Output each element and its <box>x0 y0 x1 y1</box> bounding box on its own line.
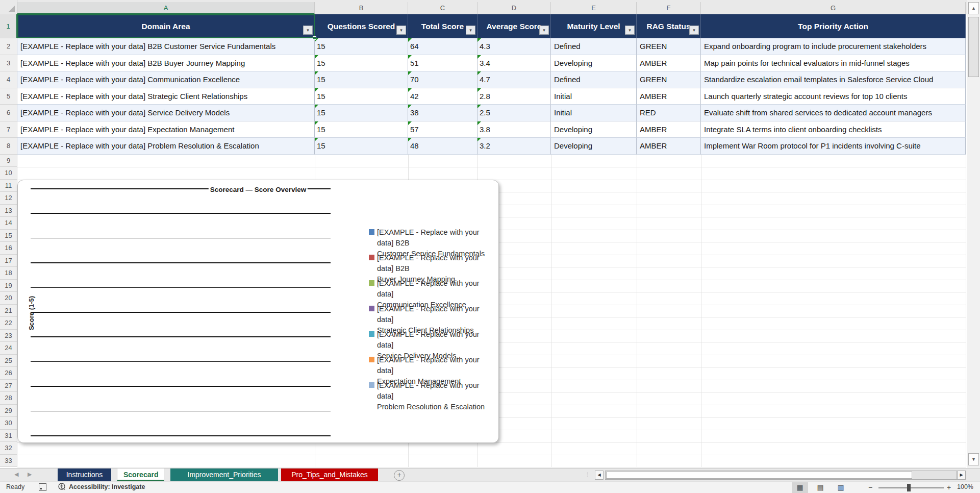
row-header-22[interactable]: 22 <box>0 317 17 330</box>
cell-r6c5[interactable]: Initial <box>551 105 637 121</box>
cell-r4c4[interactable]: 4.7 <box>478 71 551 88</box>
row-header-19[interactable]: 19 <box>0 280 17 292</box>
select-all-button[interactable] <box>0 0 17 14</box>
cell-r6c6[interactable]: RED <box>637 105 701 121</box>
next-sheet-button[interactable]: ▶ <box>28 471 32 478</box>
scroll-up-button[interactable]: ▲ <box>968 2 979 14</box>
cell-r4c6[interactable]: GREEN <box>637 71 701 88</box>
prev-sheet-button[interactable]: ◀ <box>14 471 18 478</box>
cell-r3c2[interactable]: 15 <box>315 55 408 72</box>
cell-r4c2[interactable]: 15 <box>315 71 408 88</box>
row-header-27[interactable]: 27 <box>0 380 17 392</box>
cell-r8c7[interactable]: Implement War Room protocol for P1 incid… <box>701 138 966 155</box>
cell-r3c7[interactable]: Map pain points for technical evaluators… <box>701 55 966 72</box>
column-header-d[interactable]: D <box>478 2 551 14</box>
cell-r5c5[interactable]: Initial <box>551 88 637 105</box>
fill-handle[interactable] <box>313 36 316 40</box>
filter-button[interactable]: ▾ <box>689 26 699 35</box>
row-header-18[interactable]: 18 <box>0 267 17 280</box>
cell-r3c6[interactable]: AMBER <box>637 55 701 72</box>
row-header-15[interactable]: 15 <box>0 230 17 242</box>
table-header-6[interactable]: RAG Status▾ <box>637 14 701 38</box>
row-header-31[interactable]: 31 <box>0 430 17 442</box>
cell-r7c3[interactable]: 57 <box>408 121 478 138</box>
cell-r5c3[interactable]: 42 <box>408 88 478 105</box>
column-header-g[interactable]: G <box>701 2 966 14</box>
row-header-24[interactable]: 24 <box>0 342 17 355</box>
cell-r5c7[interactable]: Launch quarterly strategic account revie… <box>701 88 966 105</box>
cell-r8c5[interactable]: Developing <box>551 138 637 155</box>
cell-r7c4[interactable]: 3.8 <box>478 121 551 138</box>
table-header-4[interactable]: Average Score▾ <box>478 14 551 38</box>
cell-r4c5[interactable]: Defined <box>551 71 637 88</box>
row-header-11[interactable]: 11 <box>0 180 17 192</box>
cell-r2c3[interactable]: 64 <box>408 38 478 55</box>
scroll-down-button[interactable]: ▼ <box>968 453 979 465</box>
filter-button[interactable]: ▾ <box>303 26 313 35</box>
row-header-26[interactable]: 26 <box>0 367 17 380</box>
vertical-scroll-thumb[interactable] <box>968 17 979 77</box>
cell-r6c2[interactable]: 15 <box>315 105 408 121</box>
cell-r4c1[interactable]: [EXAMPLE - Replace with your data] Commu… <box>17 71 315 88</box>
sheet-tab-pro_tips_and_mistakes[interactable]: Pro_Tips_and_Mistakes <box>281 469 378 481</box>
cell-r2c5[interactable]: Defined <box>551 38 637 55</box>
score-overview-chart[interactable]: Scorecard — Score Overview Score (1-5) [… <box>17 180 499 443</box>
sheet-tab-instructions[interactable]: Instructions <box>58 469 111 481</box>
row-header-17[interactable]: 17 <box>0 255 17 267</box>
filter-button[interactable]: ▾ <box>625 26 635 35</box>
column-header-c[interactable]: C <box>408 2 478 14</box>
vertical-scrollbar[interactable]: ▲ ▼ <box>967 0 980 468</box>
row-header-25[interactable]: 25 <box>0 355 17 367</box>
accessibility-checker-button[interactable]: Accessibility: Investigate <box>58 483 145 491</box>
cell-r8c3[interactable]: 48 <box>408 138 478 155</box>
cell-r5c6[interactable]: AMBER <box>637 88 701 105</box>
tab-scroll-splitter[interactable]: ⋮ <box>585 472 591 478</box>
cell-r2c1[interactable]: [EXAMPLE - Replace with your data] B2B C… <box>17 38 315 55</box>
sheet-tab-scorecard[interactable]: Scorecard <box>117 469 164 481</box>
row-header-29[interactable]: 29 <box>0 405 17 417</box>
table-header-1[interactable]: Domain Area▾ <box>17 14 315 38</box>
cell-r2c6[interactable]: GREEN <box>637 38 701 55</box>
row-header-16[interactable]: 16 <box>0 242 17 255</box>
zoom-percent-label[interactable]: 100% <box>957 483 973 490</box>
cell-r6c4[interactable]: 2.5 <box>478 105 551 121</box>
column-header-a[interactable]: A <box>17 2 315 14</box>
row-header-10[interactable]: 10 <box>0 167 17 180</box>
row-header-23[interactable]: 23 <box>0 330 17 342</box>
cell-r5c4[interactable]: 2.8 <box>478 88 551 105</box>
view-normal-button[interactable]: ▦ <box>792 482 808 493</box>
cell-r4c7[interactable]: Standardize escalation email templates i… <box>701 71 966 88</box>
cell-r7c1[interactable]: [EXAMPLE - Replace with your data] Expec… <box>17 121 315 138</box>
cell-r7c5[interactable]: Developing <box>551 121 637 138</box>
cell-r3c3[interactable]: 51 <box>408 55 478 72</box>
row-header-30[interactable]: 30 <box>0 417 17 430</box>
row-header-12[interactable]: 12 <box>0 192 17 205</box>
cell-r3c1[interactable]: [EXAMPLE - Replace with your data] B2B B… <box>17 55 315 72</box>
table-header-3[interactable]: Total Score▾ <box>408 14 478 38</box>
row-header-33[interactable]: 33 <box>0 455 17 467</box>
h-scroll-left-button[interactable]: ◀ <box>595 471 604 480</box>
column-header-b[interactable]: B <box>315 2 408 14</box>
cell-r7c2[interactable]: 15 <box>315 121 408 138</box>
cell-r7c6[interactable]: AMBER <box>637 121 701 138</box>
zoom-out-button[interactable]: − <box>868 483 872 491</box>
cell-r2c4[interactable]: 4.3 <box>478 38 551 55</box>
table-header-2[interactable]: Questions Scored▾ <box>315 14 408 38</box>
cell-r4c3[interactable]: 70 <box>408 71 478 88</box>
add-sheet-button[interactable]: + <box>394 470 405 481</box>
cell-r5c2[interactable]: 15 <box>315 88 408 105</box>
cell-r3c4[interactable]: 3.4 <box>478 55 551 72</box>
cell-r8c4[interactable]: 3.2 <box>478 138 551 155</box>
cell-r5c1[interactable]: [EXAMPLE - Replace with your data] Strat… <box>17 88 315 105</box>
row-header-21[interactable]: 21 <box>0 305 17 317</box>
row-header-13[interactable]: 13 <box>0 205 17 217</box>
filter-button[interactable]: ▾ <box>539 26 549 35</box>
table-header-7[interactable]: Top Priority Action <box>701 14 966 38</box>
cell-r2c2[interactable]: 15 <box>315 38 408 55</box>
row-header-14[interactable]: 14 <box>0 217 17 230</box>
h-scroll-right-button[interactable]: ▶ <box>957 471 966 480</box>
row-header-32[interactable]: 32 <box>0 442 17 455</box>
zoom-slider-thumb[interactable] <box>907 484 911 491</box>
cell-r6c1[interactable]: [EXAMPLE - Replace with your data] Servi… <box>17 105 315 121</box>
horizontal-scrollbar[interactable] <box>605 471 957 480</box>
